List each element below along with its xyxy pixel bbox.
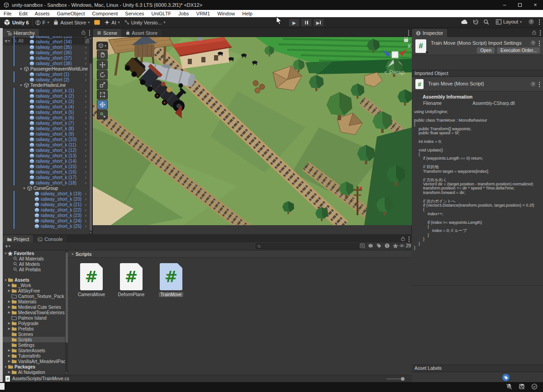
- script-kebab-menu[interactable]: [538, 81, 540, 87]
- project-tree-section[interactable]: ▼Favorites: [3, 250, 67, 256]
- hierarchy-item-row[interactable]: railway_short (37)›: [3, 55, 89, 61]
- pause-button[interactable]: [301, 19, 312, 27]
- menu-component[interactable]: Component: [88, 10, 121, 17]
- play-button[interactable]: ▶: [289, 19, 300, 27]
- expand-triangle-icon[interactable]: ▼: [19, 67, 23, 71]
- expand-triangle-icon[interactable]: ▶: [7, 370, 11, 374]
- prefab-open-chevron[interactable]: ›: [85, 142, 86, 147]
- package-manager-button[interactable]: [92, 19, 102, 26]
- expand-triangle-icon[interactable]: ▶: [7, 305, 11, 309]
- favorite-search-icon[interactable]: [393, 243, 398, 248]
- project-tree-section[interactable]: ▼Packages: [3, 364, 67, 369]
- prefab-open-chevron[interactable]: ›: [85, 72, 86, 77]
- expand-triangle-icon[interactable]: ▼: [23, 187, 26, 190]
- project-tree-item[interactable]: All Materials: [3, 256, 67, 261]
- project-tree-item[interactable]: ▶AI Navigation: [3, 369, 67, 375]
- cloud-button[interactable]: [461, 19, 468, 24]
- rect-tool-button[interactable]: [97, 90, 108, 99]
- hierarchy-group-row[interactable]: ▼CurveGroup: [3, 185, 89, 191]
- hierarchy-group-row[interactable]: ▼TenderHadesLine: [3, 82, 89, 88]
- rotate-tool-button[interactable]: [97, 70, 108, 80]
- prefab-open-chevron[interactable]: ›: [85, 45, 86, 50]
- expand-triangle-icon[interactable]: ▶: [7, 300, 11, 303]
- menu-services[interactable]: Services: [121, 10, 148, 17]
- project-tree-item[interactable]: Settings: [3, 342, 67, 348]
- prefab-open-chevron[interactable]: ›: [85, 61, 86, 66]
- prefab-open-chevron[interactable]: ›: [85, 110, 86, 115]
- expand-triangle-icon[interactable]: ▶: [7, 349, 11, 352]
- hierarchy-item-row[interactable]: railway_short (34)›: [3, 39, 89, 44]
- lock-icon[interactable]: [401, 236, 405, 241]
- hierarchy-kebab-menu[interactable]: [89, 29, 90, 36]
- hierarchy-item-row[interactable]: railway_short (1)›: [3, 71, 89, 77]
- help-icon[interactable]: ?: [530, 81, 536, 87]
- tab-scene[interactable]: Scene: [93, 29, 121, 37]
- expand-triangle-icon[interactable]: ▼: [19, 84, 23, 87]
- prefab-open-chevron[interactable]: ›: [85, 56, 86, 61]
- search-by-type-icon[interactable]: [360, 243, 365, 248]
- search-button[interactable]: [483, 19, 489, 25]
- prefab-open-chevron[interactable]: ›: [85, 153, 86, 158]
- hierarchy-item-row[interactable]: railway_short_k (16)›: [3, 169, 89, 175]
- menu-window[interactable]: Window: [214, 10, 238, 17]
- open-button[interactable]: Open: [476, 47, 495, 54]
- scene-viewport[interactable]: X < Persp ▾: [93, 37, 412, 225]
- hierarchy-item-row[interactable]: railway_short_k (19)›: [3, 191, 89, 196]
- lock-icon[interactable]: [81, 30, 86, 35]
- tab-inspector[interactable]: Inspector: [412, 29, 447, 37]
- expand-triangle-icon[interactable]: ▶: [7, 289, 11, 293]
- project-tree-item[interactable]: Scripts: [3, 337, 67, 342]
- prefab-open-chevron[interactable]: ›: [85, 148, 86, 153]
- hierarchy-item-row[interactable]: railway_short_k (15)›: [3, 164, 89, 169]
- search-by-label-icon[interactable]: [376, 243, 381, 248]
- toolbar-kebab-menu[interactable]: [538, 19, 540, 25]
- prefab-open-chevron[interactable]: ›: [85, 88, 86, 93]
- maximize-button[interactable]: [512, 0, 528, 10]
- notifications-muted-icon[interactable]: [506, 383, 512, 390]
- hierarchy-item-row[interactable]: railway_short_k (23)›: [3, 213, 89, 218]
- project-add-button[interactable]: +▾: [5, 243, 10, 250]
- asset-store-dropdown[interactable]: Asset Store▾: [51, 19, 92, 26]
- close-button[interactable]: ×: [528, 0, 543, 10]
- prefab-open-chevron[interactable]: ›: [85, 197, 86, 202]
- version-control-dropdown[interactable]: Unity Versio...▾: [122, 19, 168, 26]
- move-tool-button[interactable]: [97, 60, 108, 70]
- prefab-open-chevron[interactable]: ›: [85, 170, 86, 175]
- project-tree-item[interactable]: ▶_Work: [3, 283, 67, 288]
- prefab-open-chevron[interactable]: ›: [85, 126, 86, 131]
- project-tree-item[interactable]: All Prefabs: [3, 267, 67, 272]
- transform-tool-button[interactable]: [97, 100, 108, 109]
- prefab-open-chevron[interactable]: ›: [85, 164, 86, 169]
- search-by-package-icon[interactable]: [368, 243, 373, 248]
- tools-overlay-menu[interactable]: ▾: [96, 42, 108, 50]
- hierarchy-item-row[interactable]: railway_short_k (2)›: [3, 93, 89, 99]
- thumbnail-zoom-slider[interactable]: [386, 377, 405, 381]
- search-importance-icon[interactable]: [385, 243, 390, 248]
- hierarchy-item-row[interactable]: railway_short_k (18)›: [3, 180, 89, 185]
- project-tree-item[interactable]: ▶MedievalTownExteriors: [3, 310, 67, 315]
- prefab-open-chevron[interactable]: ›: [85, 224, 86, 229]
- expand-triangle-icon[interactable]: ▶: [7, 321, 11, 325]
- expand-triangle-icon[interactable]: ▼: [4, 279, 8, 282]
- hierarchy-item-row[interactable]: railway_short_k (25)›: [3, 223, 89, 229]
- prefab-open-chevron[interactable]: ›: [85, 50, 86, 55]
- expand-triangle-icon[interactable]: ▼: [4, 365, 8, 368]
- prefab-open-chevron[interactable]: ›: [85, 213, 86, 218]
- project-tree-item[interactable]: ▶Polygrade: [3, 321, 67, 326]
- help-icon[interactable]: ?: [530, 40, 536, 46]
- layout-dropdown[interactable]: Layout▾: [494, 18, 524, 25]
- project-tree-section[interactable]: ▼Assets: [3, 277, 67, 283]
- hidden-count-eye-icon[interactable]: [399, 244, 405, 248]
- menu-help[interactable]: Help: [238, 10, 256, 17]
- project-kebab-menu[interactable]: [408, 236, 410, 242]
- hierarchy-item-row[interactable]: railway_short_k (12)›: [3, 147, 89, 153]
- hierarchy-item-row[interactable]: railway_short_k (11)›: [3, 142, 89, 147]
- project-search-input[interactable]: [256, 243, 363, 249]
- menu-vrm1[interactable]: VRM1: [193, 10, 214, 17]
- project-tree-item[interactable]: ▶TutorialInfo: [3, 353, 67, 359]
- prefab-open-chevron[interactable]: ›: [85, 36, 86, 39]
- scale-tool-button[interactable]: [97, 80, 108, 90]
- menu-file[interactable]: File: [0, 10, 15, 17]
- hierarchy-item-row[interactable]: railway_short (2)›: [3, 77, 89, 82]
- prefab-open-chevron[interactable]: ›: [85, 39, 86, 44]
